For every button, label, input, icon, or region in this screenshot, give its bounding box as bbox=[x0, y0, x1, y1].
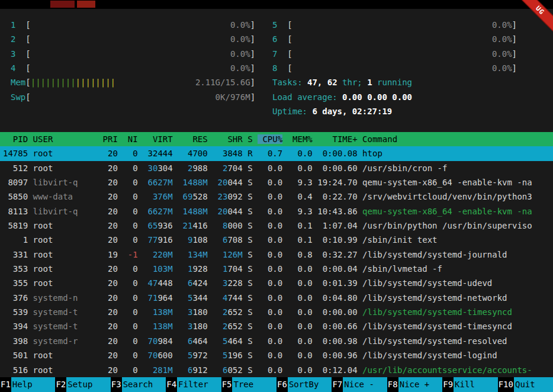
pri-cell: 20 bbox=[98, 336, 118, 346]
process-row[interactable]: 353 root 20 0 103M 1928 1704 S 0.0 0.0 0… bbox=[0, 262, 553, 276]
cell-gap bbox=[138, 336, 143, 346]
process-row[interactable]: 331 root 19 -1 220M 134M 126M S 0.0 0.8 … bbox=[0, 248, 553, 262]
fkey-search[interactable]: F3Search bbox=[111, 377, 166, 392]
column-header-shr[interactable]: SHR bbox=[213, 134, 243, 144]
meter-open-bracket: [ bbox=[287, 34, 292, 44]
column-header-command[interactable]: Command bbox=[362, 134, 397, 144]
cell-gap bbox=[173, 207, 178, 216]
fkey-nice-minus[interactable]: F7Nice - bbox=[332, 377, 387, 392]
meter-close-bracket: ] bbox=[250, 63, 255, 73]
fkey-number: F6 bbox=[276, 377, 288, 392]
cpu-cell: 0.0 bbox=[258, 163, 282, 173]
fkey-filter[interactable]: F4Filter bbox=[166, 377, 221, 392]
res-cell: 6 bbox=[178, 365, 192, 375]
cpu-task-meters: 5 [ 0.0%]6 [ 0.0%]7 [ 0.0%]8 [ 0.0%]Task bbox=[272, 18, 517, 118]
res-cell: 108 bbox=[192, 235, 207, 245]
cell-gap bbox=[243, 235, 247, 245]
cell-gap bbox=[138, 178, 143, 187]
fkey-kill[interactable]: F9Kill bbox=[442, 377, 497, 392]
process-row[interactable]: 8097 libvirt-q 20 0 6627M 1488M 20044 S … bbox=[0, 175, 553, 189]
column-header-virt[interactable]: VIRT bbox=[143, 134, 173, 144]
meter-fill bbox=[115, 78, 195, 87]
column-header-user[interactable]: USER bbox=[33, 134, 93, 144]
shr-cell: 5 bbox=[213, 336, 227, 346]
time-cell: 0:10.99 bbox=[317, 235, 357, 245]
meter-open-bracket: [ bbox=[25, 63, 30, 73]
swp-label: Swp bbox=[11, 92, 25, 102]
cell-gap bbox=[243, 336, 247, 346]
process-row[interactable]: 394 systemd-t 20 0 138M 3180 2652 S 0.0 … bbox=[0, 319, 553, 333]
cell-gap bbox=[208, 264, 213, 274]
column-header-time[interactable]: TIME+ bbox=[317, 134, 357, 144]
column-header-mem[interactable]: MEM% bbox=[288, 134, 313, 144]
shr-cell: 8 bbox=[213, 221, 227, 230]
shr-cell: 2 bbox=[213, 307, 227, 317]
pid-cell: 1 bbox=[3, 235, 28, 245]
shr-cell: 464 bbox=[227, 336, 242, 346]
column-header-res[interactable]: RES bbox=[178, 134, 208, 144]
cell-gap bbox=[28, 178, 33, 187]
fkey-quit[interactable]: F10Quit bbox=[498, 377, 553, 392]
cell-gap bbox=[282, 365, 287, 375]
cell-gap bbox=[93, 192, 98, 201]
command-cell: /lib/systemd/systemd-timesyncd bbox=[362, 307, 512, 317]
process-row[interactable]: 14785 root 20 0 32444 4700 3848 R 0.7 0.… bbox=[0, 146, 553, 160]
cell-gap bbox=[93, 307, 98, 317]
fkey-setup[interactable]: F2Setup bbox=[55, 377, 110, 392]
process-row[interactable]: 516 root 20 0 281M 6912 6052 S 0.0 0.0 0… bbox=[0, 363, 553, 377]
cpu-meter-8: 8 [ 0.0%] bbox=[272, 61, 517, 75]
process-row[interactable]: 5819 root 20 0 65936 21416 8000 S 0.0 0.… bbox=[0, 219, 553, 233]
process-row[interactable]: 376 systemd-n 20 0 71964 5344 4744 S 0.0… bbox=[0, 291, 553, 305]
fkey-number: F7 bbox=[332, 377, 343, 392]
process-row[interactable]: 512 root 20 0 30304 2988 2704 S 0.0 0.0 … bbox=[0, 161, 553, 175]
process-table: 14785 root 20 0 32444 4700 3848 R 0.7 0.… bbox=[0, 146, 553, 377]
cell-gap bbox=[358, 307, 362, 317]
virt-cell: 103M bbox=[143, 264, 173, 274]
load-average-segment: 0.00 bbox=[392, 92, 412, 102]
cpu-meter-3: 3 [ 0.0%] bbox=[11, 47, 255, 61]
mem-cell: 9.3 bbox=[288, 178, 313, 187]
process-row[interactable]: 5850 www-data 20 0 376M 69528 23092 S 0.… bbox=[0, 189, 553, 204]
fkey-tree[interactable]: F5Tree bbox=[221, 377, 276, 392]
user-cell: libvirt-q bbox=[33, 178, 93, 187]
cell-gap bbox=[253, 235, 258, 245]
process-row[interactable]: 539 systemd-t 20 0 138M 3180 2652 S 0.0 … bbox=[0, 305, 553, 319]
column-gap bbox=[313, 134, 317, 144]
fkey-nice-plus[interactable]: F8Nice + bbox=[387, 377, 442, 392]
tasks-summary-segment: 62 bbox=[327, 78, 342, 87]
column-header-ni[interactable]: NI bbox=[123, 134, 137, 144]
process-row[interactable]: 501 root 20 0 70600 5972 5196 S 0.0 0.0 … bbox=[0, 348, 553, 362]
process-row[interactable]: 8113 libvirt-q 20 0 6627M 1488M 20044 S … bbox=[0, 204, 553, 219]
process-row[interactable]: 398 systemd-r 20 0 70984 6464 5464 S 0.0… bbox=[0, 334, 553, 348]
cell-gap bbox=[358, 250, 362, 259]
fkey-sortby[interactable]: F6SortBy bbox=[276, 377, 332, 392]
column-gap bbox=[208, 134, 213, 144]
user-cell: root bbox=[33, 163, 93, 173]
virt-cell: 138M bbox=[143, 307, 173, 317]
nice-cell: 0 bbox=[123, 336, 137, 346]
cell-gap bbox=[243, 264, 247, 274]
cell-gap bbox=[208, 336, 213, 346]
meter-close-bracket: ] bbox=[512, 63, 517, 73]
cpu-id: 2 bbox=[11, 34, 25, 44]
cell-gap bbox=[173, 264, 178, 274]
process-row[interactable]: 355 root 20 0 47448 6424 3228 S 0.0 0.0 … bbox=[0, 276, 553, 290]
command-cell: qemu-system-x86_64 -enable-kvm -na bbox=[362, 207, 532, 216]
mem-cell: 0.0 bbox=[288, 307, 313, 317]
fkey-help[interactable]: F1Help bbox=[0, 377, 55, 392]
cell-gap bbox=[93, 293, 98, 303]
command-cell: /lib/systemd/systemd-networkd bbox=[362, 293, 507, 303]
cell-gap bbox=[138, 149, 143, 158]
column-header-cpu[interactable]: CPU% bbox=[258, 134, 282, 144]
nice-cell: 0 bbox=[123, 365, 137, 375]
column-header-pid[interactable]: PID bbox=[3, 134, 28, 144]
cell-gap bbox=[243, 351, 247, 360]
res-cell: 9 bbox=[178, 235, 192, 245]
process-row[interactable]: 1 root 20 0 77916 9108 6708 S 0.0 0.1 0:… bbox=[0, 233, 553, 247]
column-header-s[interactable]: S bbox=[247, 134, 252, 144]
pid-cell: 355 bbox=[3, 278, 28, 288]
column-header-pri[interactable]: PRI bbox=[98, 134, 118, 144]
cell-gap bbox=[138, 163, 143, 173]
pri-cell: 20 bbox=[98, 365, 118, 375]
mem-cell: 9.3 bbox=[288, 207, 313, 216]
